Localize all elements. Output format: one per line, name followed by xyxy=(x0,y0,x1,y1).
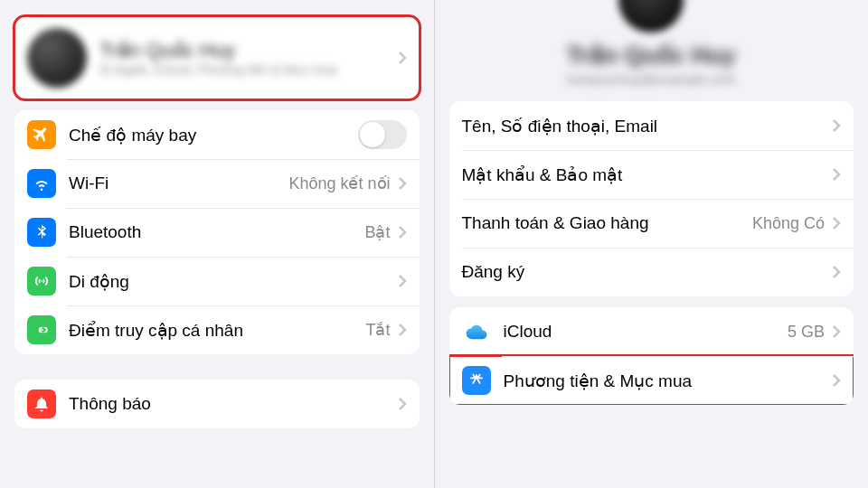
bluetooth-icon xyxy=(27,218,56,247)
link-icon xyxy=(27,315,56,344)
chevron-right-icon xyxy=(832,324,841,339)
profile-text: Trần Quốc Huy ID Apple, iCloud, Phương t… xyxy=(99,39,398,77)
profile-email: tranquochuy@example.com xyxy=(449,71,854,87)
chevron-right-icon xyxy=(832,167,841,182)
cellular-row[interactable]: Di động xyxy=(14,257,420,305)
chevron-right-icon xyxy=(398,51,407,65)
appstore-icon xyxy=(462,366,491,395)
avatar-large xyxy=(618,0,684,33)
apple-id-row[interactable]: Trần Quốc Huy ID Apple, iCloud, Phương t… xyxy=(14,16,420,99)
antenna-icon xyxy=(27,267,56,296)
wifi-icon xyxy=(27,169,56,198)
apple-id-header: Trần Quốc Huy tranquochuy@example.com xyxy=(435,0,869,90)
chevron-right-icon xyxy=(398,323,407,337)
chevron-right-icon xyxy=(832,118,841,133)
profile-group: Trần Quốc Huy ID Apple, iCloud, Phương t… xyxy=(14,16,420,99)
row-label: Đăng ký xyxy=(462,262,833,282)
chevron-right-icon xyxy=(398,176,407,191)
airplane-mode-row[interactable]: Chế độ máy bay xyxy=(14,110,420,159)
name-phone-email-row[interactable]: Tên, Số điện thoại, Email xyxy=(449,101,854,150)
connectivity-group: Chế độ máy bay Wi-Fi Không kết nối Bluet… xyxy=(14,110,420,354)
bell-icon xyxy=(27,389,56,418)
hotspot-row[interactable]: Điểm truy cập cá nhân Tắt xyxy=(14,305,420,354)
profile-sub: ID Apple, iCloud, Phương tiện & Mục mua xyxy=(99,62,398,77)
notifications-group: Thông báo xyxy=(14,380,420,428)
chevron-right-icon xyxy=(398,225,407,239)
row-label: Thanh toán & Giao hàng xyxy=(462,213,752,233)
chevron-right-icon xyxy=(398,397,407,411)
notifications-label: Thông báo xyxy=(69,394,398,414)
airplane-icon xyxy=(27,120,56,149)
icloud-value: 5 GB xyxy=(788,323,825,342)
notifications-row[interactable]: Thông báo xyxy=(14,380,420,428)
avatar xyxy=(27,28,87,88)
row-label: Mật khẩu & Bảo mật xyxy=(462,164,833,185)
icloud-label: iCloud xyxy=(504,322,788,342)
bluetooth-label: Bluetooth xyxy=(69,222,364,242)
payment-value: Không Có xyxy=(752,214,825,233)
chevron-right-icon xyxy=(398,274,407,288)
payment-shipping-row[interactable]: Thanh toán & Giao hàng Không Có xyxy=(449,199,854,248)
apple-id-detail-panel: Trần Quốc Huy tranquochuy@example.com Tê… xyxy=(435,0,869,488)
profile-name-large: Trần Quốc Huy xyxy=(449,42,854,70)
row-label: Tên, Số điện thoại, Email xyxy=(462,116,833,136)
settings-root-panel: Trần Quốc Huy ID Apple, iCloud, Phương t… xyxy=(0,0,434,488)
account-group: Tên, Số điện thoại, Email Mật khẩu & Bảo… xyxy=(449,101,854,296)
icloud-row[interactable]: iCloud 5 GB xyxy=(449,307,854,356)
wifi-label: Wi-Fi xyxy=(69,174,288,193)
services-group: iCloud 5 GB Phương tiện & Mục mua xyxy=(449,307,854,405)
cellular-label: Di động xyxy=(69,271,398,292)
profile-name: Trần Quốc Huy xyxy=(99,39,398,62)
hotspot-value: Tắt xyxy=(366,320,391,340)
media-purchases-row[interactable]: Phương tiện & Mục mua xyxy=(449,356,854,405)
chevron-right-icon xyxy=(832,216,841,230)
hotspot-label: Điểm truy cập cá nhân xyxy=(69,320,366,341)
bluetooth-value: Bật xyxy=(364,222,390,242)
subscriptions-row[interactable]: Đăng ký xyxy=(449,248,854,296)
wifi-value: Không kết nối xyxy=(288,174,390,193)
bluetooth-row[interactable]: Bluetooth Bật xyxy=(14,208,420,257)
password-security-row[interactable]: Mật khẩu & Bảo mật xyxy=(449,150,854,199)
chevron-right-icon xyxy=(832,265,841,279)
airplane-toggle[interactable] xyxy=(358,120,407,149)
media-label: Phương tiện & Mục mua xyxy=(504,371,833,391)
cloud-icon xyxy=(462,317,491,346)
wifi-row[interactable]: Wi-Fi Không kết nối xyxy=(14,159,420,208)
chevron-right-icon xyxy=(832,373,841,388)
airplane-label: Chế độ máy bay xyxy=(69,125,358,145)
